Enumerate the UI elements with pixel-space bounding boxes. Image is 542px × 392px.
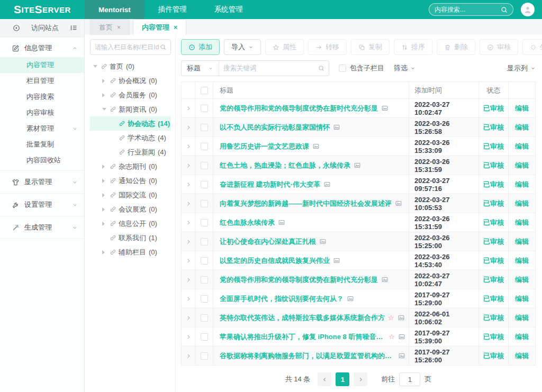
tab-content-management[interactable]: 内容管理 ×: [133, 19, 186, 35]
content-title-link[interactable]: 党的领导作用和党的领导制度优势在新时代充分彰显: [220, 104, 378, 113]
edit-link[interactable]: 编辑: [509, 270, 535, 289]
tree-item[interactable]: 信息公开 (0): [90, 216, 171, 231]
edit-link[interactable]: 编辑: [509, 308, 535, 327]
topnav-item-plugins[interactable]: 插件管理: [144, 0, 201, 19]
keyword-input[interactable]: [219, 65, 318, 72]
content-title-link[interactable]: 以不负人民的实际行动彰显家国情怀: [220, 123, 330, 132]
topnav-item-mentorist[interactable]: Mentorist: [85, 0, 144, 19]
generate-button[interactable]: 生成: [522, 39, 542, 55]
edit-link[interactable]: 编辑: [509, 327, 535, 346]
row-checkbox-cell[interactable]: [195, 213, 213, 232]
content-search-input[interactable]: [435, 6, 501, 13]
checkbox-icon[interactable]: [201, 219, 208, 226]
current-page-button[interactable]: 1: [336, 372, 349, 386]
review-button[interactable]: 审核: [480, 39, 518, 55]
sort-button[interactable]: 排序: [394, 39, 432, 55]
transfer-button[interactable]: 转移: [308, 39, 347, 55]
user-avatar[interactable]: [521, 3, 535, 16]
checkbox-icon[interactable]: [201, 276, 208, 284]
tree-expand-arrow-icon[interactable]: [102, 250, 107, 254]
row-expand-cell[interactable]: [182, 213, 195, 232]
prev-page-button[interactable]: [318, 372, 331, 386]
checkbox-icon[interactable]: [201, 295, 208, 303]
checkbox-icon[interactable]: [201, 143, 208, 150]
sidebar-item-settings-management[interactable]: 设置管理: [0, 196, 84, 214]
content-title-link[interactable]: 党的领导作用和党的领导制度优势在新时代充分彰显: [220, 275, 378, 285]
tree-expand-arrow-icon[interactable]: [102, 207, 107, 212]
checkbox-icon[interactable]: [201, 333, 208, 341]
checkbox-icon[interactable]: [201, 200, 208, 207]
checkbox-icon[interactable]: [201, 352, 208, 360]
checkbox-icon[interactable]: [201, 314, 208, 322]
visit-site-button[interactable]: 访问站点: [0, 19, 84, 37]
row-checkbox-cell[interactable]: [195, 232, 213, 251]
sidebar-item-display-management[interactable]: 显示管理: [0, 173, 84, 191]
edit-link[interactable]: 编辑: [509, 232, 535, 251]
tree-item[interactable]: 国际交流 (0): [90, 188, 171, 202]
channel-search-input[interactable]: [95, 43, 160, 51]
content-title-link[interactable]: 红色土地，热血浸染；红色血脉，永续传承: [220, 161, 350, 170]
display-columns-button[interactable]: 显示列: [507, 63, 536, 73]
tree-expand-arrow-icon[interactable]: [102, 108, 107, 111]
row-checkbox-cell[interactable]: [195, 289, 213, 308]
content-title-link[interactable]: 英特尔取代英伟达，成特斯拉车载多媒体系统新合作方: [220, 313, 385, 323]
edit-link[interactable]: 编辑: [509, 194, 535, 213]
tree-item[interactable]: 杂志期刊 (0): [90, 159, 171, 174]
sidebar-item-column-management[interactable]: 栏目管理: [0, 73, 84, 89]
tree-item[interactable]: 学术动态 (4): [90, 131, 171, 145]
tree-expand-arrow-icon[interactable]: [102, 165, 107, 169]
tree-expand-arrow-icon[interactable]: [102, 179, 107, 183]
row-checkbox-cell[interactable]: [195, 118, 213, 136]
goto-page-input[interactable]: [399, 372, 420, 386]
channel-search-box[interactable]: [90, 39, 171, 55]
content-title-link[interactable]: 向着复兴梦想的新跨越——新时代中国经济社会发展述评: [220, 199, 392, 208]
tree-expand-arrow-icon[interactable]: [102, 79, 107, 83]
row-expand-cell[interactable]: [182, 251, 195, 270]
sidebar-item-content-search[interactable]: 内容搜索: [0, 89, 84, 105]
add-button[interactable]: 添加: [181, 39, 220, 55]
content-title-link[interactable]: 苹果确认将推出升级补丁，修复 iPhone 8 听筒噪音问题: [220, 332, 385, 342]
checkbox-icon[interactable]: [201, 87, 208, 94]
row-expand-cell[interactable]: [182, 289, 195, 308]
sidebar-item-content-review[interactable]: 内容审核: [0, 105, 84, 121]
edit-link[interactable]: 编辑: [509, 99, 535, 117]
close-icon[interactable]: ×: [117, 24, 121, 31]
row-checkbox-cell[interactable]: [195, 99, 213, 117]
row-expand-cell[interactable]: [182, 118, 195, 136]
tree-expand-arrow-icon[interactable]: [93, 65, 98, 68]
checkbox-icon[interactable]: [339, 65, 346, 72]
row-checkbox-cell[interactable]: [195, 251, 213, 270]
next-page-button[interactable]: [354, 372, 367, 386]
edit-link[interactable]: 编辑: [509, 156, 535, 175]
checkbox-icon[interactable]: [201, 238, 208, 245]
row-checkbox-cell[interactable]: [195, 308, 213, 327]
row-checkbox-cell[interactable]: [195, 194, 213, 213]
close-icon[interactable]: ×: [174, 24, 177, 31]
checkbox-icon[interactable]: [201, 181, 208, 188]
content-title-link[interactable]: 红色血脉永续传承: [220, 218, 275, 227]
tree-expand-arrow-icon[interactable]: [102, 93, 107, 97]
search-field-select[interactable]: 标题: [182, 61, 219, 76]
content-title-link[interactable]: 奋进新征程 建功新时代·伟大变革: [220, 180, 320, 189]
row-expand-cell[interactable]: [182, 270, 195, 289]
filter-button[interactable]: 筛选: [394, 63, 415, 73]
tree-item[interactable]: 协会概况 (0): [90, 74, 171, 88]
tree-item[interactable]: 会议展览 (0): [90, 202, 171, 216]
tab-home[interactable]: 首页 ×: [90, 19, 130, 35]
content-title-link[interactable]: 以坚定的历史自信成就民族复兴伟业: [220, 256, 330, 266]
row-expand-cell[interactable]: [182, 327, 195, 346]
row-expand-cell[interactable]: [182, 175, 195, 194]
sidebar-item-generate-management[interactable]: 生成管理: [0, 218, 84, 236]
tree-item[interactable]: 联系我们 (1): [90, 231, 171, 245]
content-title-link[interactable]: 谷歌据称将剥离购物服务部门，以满足欧盟监管机构的要求: [220, 351, 395, 361]
tree-item[interactable]: 行业新闻 (4): [90, 145, 171, 159]
copy-button[interactable]: 复制: [351, 39, 390, 55]
edit-link[interactable]: 编辑: [509, 175, 535, 194]
content-title-link[interactable]: 让初心使命在内心深处真正扎根: [220, 237, 316, 247]
edit-link[interactable]: 编辑: [509, 137, 535, 156]
content-search-box[interactable]: [429, 3, 513, 16]
sidebar-item-material-management[interactable]: 素材管理: [0, 121, 84, 136]
search-icon[interactable]: [501, 6, 508, 13]
checkbox-icon[interactable]: [201, 162, 208, 169]
tree-item[interactable]: 会员服务 (0): [90, 88, 171, 102]
